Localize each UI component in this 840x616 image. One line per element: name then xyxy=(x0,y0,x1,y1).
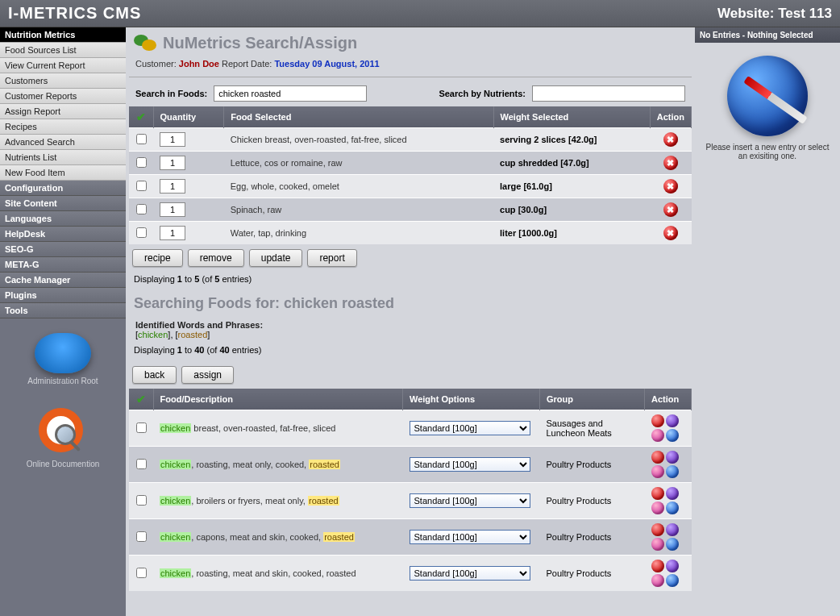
weight-selected: large [61.0g] xyxy=(493,175,650,198)
nav-item-recipes[interactable]: Recipes xyxy=(0,119,126,135)
delete-icon[interactable]: ✖ xyxy=(663,132,678,147)
weight-selected: serving 2 slices [42.0g] xyxy=(493,128,650,152)
action-info-icon[interactable] xyxy=(666,523,679,536)
nav-item-new-food-item[interactable]: New Food Item xyxy=(0,165,126,181)
action-info-icon[interactable] xyxy=(666,487,679,500)
page-title: NuMetrics Search/Assign xyxy=(163,34,357,52)
row-checkbox[interactable] xyxy=(136,227,147,238)
nav-header-1[interactable]: Configuration xyxy=(0,181,126,196)
back-button[interactable]: back xyxy=(132,366,177,384)
action-details-icon[interactable] xyxy=(666,465,679,478)
identified-word-2: roasted xyxy=(178,330,208,339)
weight-selected: cup [30.0g] xyxy=(493,198,650,222)
quantity-input[interactable] xyxy=(160,132,185,147)
row-actions xyxy=(651,414,685,442)
nav-header-0[interactable]: Nutrition Metrics xyxy=(0,27,126,43)
nav-item-languages[interactable]: Languages xyxy=(0,211,126,227)
remove-button[interactable]: remove xyxy=(188,249,244,267)
food-group: Poultry Products xyxy=(540,447,645,483)
action-details-icon[interactable] xyxy=(666,429,679,442)
nav-item-cache-manager[interactable]: Cache Manager xyxy=(0,273,126,288)
weight-selected: cup shredded [47.0g] xyxy=(493,152,650,175)
row-checkbox[interactable] xyxy=(136,422,147,433)
action-delete-icon[interactable] xyxy=(651,523,664,536)
action-info-icon[interactable] xyxy=(666,560,679,572)
selected-row: Spinach, rawcup [30.0g]✖ xyxy=(129,198,692,222)
row-checkbox[interactable] xyxy=(136,134,147,144)
row-checkbox[interactable] xyxy=(136,495,147,506)
action-delete-icon[interactable] xyxy=(651,560,664,572)
nav-item-helpdesk[interactable]: HelpDesk xyxy=(0,227,126,242)
row-checkbox[interactable] xyxy=(136,204,147,214)
app-header: I-METRICS CMS Website: Test 113 xyxy=(0,0,840,27)
weight-select[interactable]: Standard [100g] xyxy=(410,530,530,544)
row-actions xyxy=(651,487,685,514)
action-tag-icon[interactable] xyxy=(651,465,664,478)
col-action-r: Action xyxy=(645,389,692,410)
quantity-input[interactable] xyxy=(160,179,185,194)
action-tag-icon[interactable] xyxy=(651,429,664,442)
delete-icon[interactable]: ✖ xyxy=(663,226,678,240)
nav-item-view-current-report[interactable]: View Current Report xyxy=(0,58,126,73)
action-info-icon[interactable] xyxy=(666,451,679,464)
action-details-icon[interactable] xyxy=(666,502,679,514)
quantity-input[interactable] xyxy=(160,226,185,240)
results-buttons-row: back assign xyxy=(129,361,692,389)
action-details-icon[interactable] xyxy=(666,538,679,551)
weight-select[interactable]: Standard [100g] xyxy=(410,457,530,472)
delete-icon[interactable]: ✖ xyxy=(663,179,678,194)
assign-button[interactable]: assign xyxy=(181,366,234,384)
action-info-icon[interactable] xyxy=(666,414,679,427)
search-foods-input[interactable] xyxy=(214,85,367,102)
sidebar-docs-block[interactable]: Online Documention xyxy=(0,393,126,477)
action-tag-icon[interactable] xyxy=(651,574,664,587)
sidebar-admin-block[interactable]: Administration Root xyxy=(0,318,126,393)
col-food: Food Selected xyxy=(224,106,493,128)
result-row: chicken, roasting, meat only, cooked, ro… xyxy=(129,447,692,483)
delete-icon[interactable]: ✖ xyxy=(663,202,678,217)
weight-select[interactable]: Standard [100g] xyxy=(410,493,530,508)
select-all-header[interactable]: ✔ xyxy=(129,106,153,128)
action-delete-icon[interactable] xyxy=(651,451,664,464)
search-nutrients-label: Search by Nutrients: xyxy=(439,89,526,98)
delete-icon[interactable]: ✖ xyxy=(663,156,678,170)
weight-select[interactable]: Standard [100g] xyxy=(410,566,530,581)
selected-row: Lettuce, cos or romaine, rawcup shredded… xyxy=(129,152,692,175)
report-button[interactable]: report xyxy=(307,249,356,267)
col-quantity: Quantity xyxy=(153,106,224,128)
result-row: chicken, capons, meat and skin, cooked, … xyxy=(129,519,692,556)
nav-item-plugins[interactable]: Plugins xyxy=(0,288,126,303)
food-name: Spinach, raw xyxy=(224,198,493,222)
row-checkbox[interactable] xyxy=(136,568,147,578)
weight-select[interactable]: Standard [100g] xyxy=(410,421,530,435)
food-description: chicken, capons, meat and skin, cooked, … xyxy=(153,519,403,556)
action-delete-icon[interactable] xyxy=(651,414,664,427)
quantity-input[interactable] xyxy=(160,202,185,217)
action-delete-icon[interactable] xyxy=(651,487,664,500)
nav-item-advanced-search[interactable]: Advanced Search xyxy=(0,135,126,150)
nav-item-customers[interactable]: Customers xyxy=(0,73,126,89)
action-tag-icon[interactable] xyxy=(651,502,664,514)
power-icon xyxy=(35,333,91,373)
row-checkbox[interactable] xyxy=(136,531,147,542)
result-row: chicken, broilers or fryers, meat only, … xyxy=(129,483,692,519)
results-select-all[interactable]: ✔ xyxy=(129,389,153,410)
nav-item-meta-g[interactable]: META-G xyxy=(0,257,126,273)
nav-item-customer-reports[interactable]: Customer Reports xyxy=(0,89,126,104)
food-name: Lettuce, cos or romaine, raw xyxy=(224,152,493,175)
nav-item-nutrients-list[interactable]: Nutrients List xyxy=(0,150,126,165)
row-checkbox[interactable] xyxy=(136,157,147,168)
recipe-button[interactable]: recipe xyxy=(132,249,183,267)
search-nutrients-input[interactable] xyxy=(532,85,685,102)
update-button[interactable]: update xyxy=(249,249,303,267)
nav-item-seo-g[interactable]: SEO-G xyxy=(0,242,126,257)
quantity-input[interactable] xyxy=(160,156,185,170)
nav-item-food-sources-list[interactable]: Food Sources List xyxy=(0,43,126,58)
nav-item-tools[interactable]: Tools xyxy=(0,303,126,318)
nav-item-site-content[interactable]: Site Content xyxy=(0,196,126,211)
action-tag-icon[interactable] xyxy=(651,538,664,551)
nav-item-assign-report[interactable]: Assign Report xyxy=(0,104,126,119)
row-checkbox[interactable] xyxy=(136,181,147,191)
action-details-icon[interactable] xyxy=(666,574,679,587)
row-checkbox[interactable] xyxy=(136,459,147,469)
